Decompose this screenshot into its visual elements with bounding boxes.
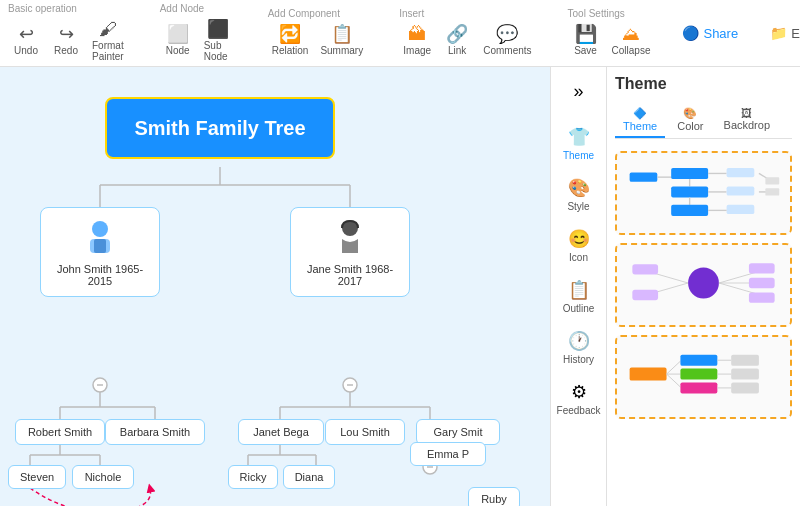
- save-button[interactable]: 💾 Save: [568, 23, 604, 58]
- feedback-side-label: Feedback: [557, 405, 601, 416]
- diana-name: Diana: [295, 471, 324, 483]
- tab-backdrop[interactable]: 🖼 Backdrop: [716, 103, 778, 138]
- collapse-label: Collapse: [612, 45, 651, 56]
- svg-rect-62: [749, 278, 775, 288]
- tab-color-label: Color: [677, 120, 703, 132]
- add-node-label: Add Node: [160, 3, 204, 14]
- jane-name: Jane Smith 1968-2017: [297, 263, 403, 287]
- outline-side-button[interactable]: 📋 Outline: [555, 273, 603, 320]
- comments-button[interactable]: 💬 Comments: [479, 23, 535, 58]
- export-button[interactable]: 📁 Export: [758, 19, 800, 47]
- relation-button[interactable]: 🔁 Relation: [268, 23, 313, 58]
- summary-button[interactable]: 📋 Summary: [316, 23, 367, 58]
- svg-rect-44: [727, 168, 755, 177]
- svg-rect-69: [680, 369, 717, 380]
- summary-icon: 📋: [331, 25, 353, 43]
- format-painter-icon: 🖌: [99, 20, 117, 38]
- tab-color-icon: 🎨: [683, 107, 697, 120]
- tab-backdrop-icon: 🖼: [741, 107, 752, 119]
- export-icon: 📁: [770, 25, 787, 41]
- jane-smith-node[interactable]: Jane Smith 1968-2017: [290, 207, 410, 297]
- collapse-button[interactable]: ⛰ Collapse: [608, 23, 655, 58]
- tab-backdrop-label: Backdrop: [724, 119, 770, 131]
- redo-icon: ↪: [59, 25, 74, 43]
- tab-color[interactable]: 🎨 Color: [669, 103, 711, 138]
- svg-point-32: [92, 221, 108, 237]
- undo-button[interactable]: ↩ Undo: [8, 23, 44, 58]
- side-icons: » 👕 Theme 🎨 Style 😊 Icon 📋 Outline 🕐 His…: [551, 67, 607, 506]
- svg-rect-76: [731, 382, 759, 393]
- root-label: Smith Family Tree: [134, 117, 305, 140]
- theme-card-3[interactable]: [615, 335, 792, 419]
- svg-line-67: [667, 374, 681, 387]
- main-area: Smith Family Tree John Smith 1965-2015: [0, 67, 800, 506]
- format-painter-button[interactable]: 🖌 Format Painter: [88, 18, 128, 64]
- link-button[interactable]: 🔗 Link: [439, 23, 475, 58]
- svg-rect-52: [765, 188, 779, 195]
- node-button[interactable]: ⬜ Node: [160, 23, 196, 58]
- icon-side-icon: 😊: [568, 228, 590, 250]
- history-side-label: History: [563, 354, 594, 365]
- outline-side-label: Outline: [563, 303, 595, 314]
- history-side-button[interactable]: 🕐 History: [555, 324, 603, 371]
- style-side-icon: 🎨: [568, 177, 590, 199]
- theme-side-button[interactable]: 👕 Theme: [555, 120, 603, 167]
- svg-rect-63: [749, 292, 775, 302]
- robert-smith-node[interactable]: Robert Smith: [15, 419, 105, 445]
- theme-card-1[interactable]: [615, 151, 792, 235]
- redo-button[interactable]: ↪ Redo: [48, 23, 84, 58]
- image-button[interactable]: 🏔 Image: [399, 23, 435, 58]
- sub-node-label: Sub Node: [204, 40, 232, 62]
- toolbar-right: 🔵 Share 📁 Export: [670, 19, 800, 47]
- share-button[interactable]: 🔵 Share: [670, 19, 750, 47]
- nichole-node[interactable]: Nichole: [72, 465, 134, 489]
- sub-node-button[interactable]: ⬛ Sub Node: [200, 18, 236, 64]
- export-label: Export: [791, 26, 800, 41]
- svg-point-53: [688, 268, 719, 299]
- format-painter-label: Format Painter: [92, 40, 124, 62]
- node-icon: ⬜: [167, 25, 189, 43]
- svg-point-5: [93, 378, 107, 392]
- svg-rect-50: [765, 177, 779, 184]
- feedback-side-button[interactable]: ⚙ Feedback: [555, 375, 603, 422]
- svg-rect-46: [727, 186, 755, 195]
- tab-theme[interactable]: 🔷 Theme: [615, 103, 665, 138]
- svg-rect-64: [630, 368, 667, 381]
- theme-card-2-svg: [625, 253, 782, 313]
- add-node-group: Add Node ⬜ Node ⬛ Sub Node: [160, 3, 236, 64]
- relation-icon: 🔁: [279, 25, 301, 43]
- emma-node[interactable]: Emma P: [410, 442, 486, 466]
- theme-tabs: 🔷 Theme 🎨 Color 🖼 Backdrop: [615, 103, 792, 139]
- steven-node[interactable]: Steven: [8, 465, 66, 489]
- tab-theme-icon: 🔷: [633, 107, 647, 120]
- robert-name: Robert Smith: [28, 426, 92, 438]
- add-component-group: Add Component 🔁 Relation 📋 Summary: [268, 8, 368, 58]
- ricky-node[interactable]: Ricky: [228, 465, 278, 489]
- theme-card-3-svg: [625, 345, 782, 405]
- theme-side-icon: 👕: [568, 126, 590, 148]
- theme-panel-title: Theme: [615, 75, 792, 93]
- john-smith-node[interactable]: John Smith 1965-2015: [40, 207, 160, 297]
- ruby-name: Ruby: [481, 493, 507, 505]
- janet-bega-node[interactable]: Janet Bega: [238, 419, 324, 445]
- barbara-smith-node[interactable]: Barbara Smith: [105, 419, 205, 445]
- tool-settings-group: Tool Settings 💾 Save ⛰ Collapse: [568, 8, 655, 58]
- save-icon: 💾: [575, 25, 597, 43]
- style-side-button[interactable]: 🎨 Style: [555, 171, 603, 218]
- john-avatar: [82, 217, 118, 261]
- theme-card-2[interactable]: [615, 243, 792, 327]
- svg-rect-40: [671, 186, 708, 197]
- canvas[interactable]: Smith Family Tree John Smith 1965-2015: [0, 67, 550, 506]
- link-label: Link: [448, 45, 466, 56]
- jane-avatar: [332, 217, 368, 261]
- diana-node[interactable]: Diana: [283, 465, 335, 489]
- svg-rect-38: [671, 168, 708, 179]
- svg-rect-36: [630, 173, 658, 182]
- root-node[interactable]: Smith Family Tree: [105, 97, 335, 159]
- lou-smith-node[interactable]: Lou Smith: [325, 419, 405, 445]
- theme-card-1-svg: [625, 161, 782, 221]
- ruby-node[interactable]: Ruby: [468, 487, 520, 506]
- tab-theme-label: Theme: [623, 120, 657, 132]
- collapse-panel-button[interactable]: »: [555, 75, 603, 108]
- icon-side-button[interactable]: 😊 Icon: [555, 222, 603, 269]
